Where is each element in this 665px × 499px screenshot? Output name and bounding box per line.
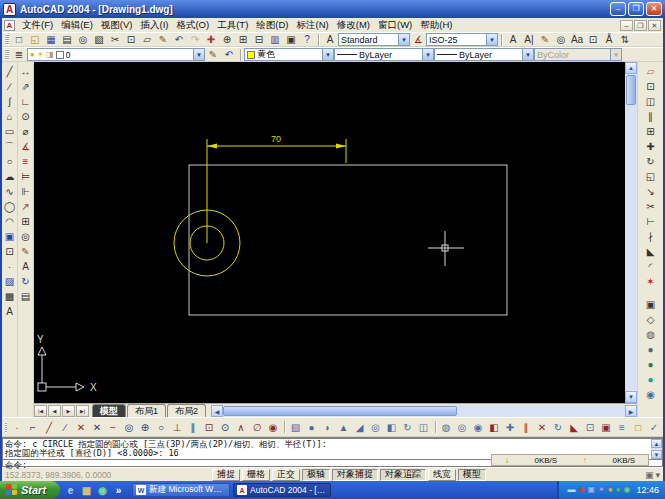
edit-text-icon[interactable]: ✎ (537, 33, 553, 47)
restore-button[interactable]: ❐ (628, 2, 644, 16)
snap-perpendicular-icon[interactable]: ⊥ (169, 420, 185, 434)
stretch-icon[interactable]: ↘ (643, 184, 659, 199)
menu-format[interactable]: 格式(O) (172, 19, 213, 32)
offset-faces-icon[interactable]: ∥ (518, 420, 534, 434)
convert-text-icon[interactable]: ⇅ (617, 33, 633, 47)
make-block-icon[interactable]: ⊡ (2, 244, 18, 259)
toggle-snap[interactable]: 捕捉 (212, 469, 240, 481)
tab-nav-first[interactable]: |◀ (34, 405, 47, 417)
scroll-left-icon[interactable]: ◀ (211, 405, 223, 417)
make-object-layer-current-icon[interactable]: ✎ (205, 48, 221, 62)
command-window[interactable]: 命令: c CIRCLE 指定圆的圆心或 [三点(3P)/两点(2P)/相切、相… (2, 437, 663, 467)
union-icon[interactable]: ◍ (438, 420, 454, 434)
layer-manager-icon[interactable]: ≣ (11, 48, 27, 62)
quick-leader-icon[interactable]: ↗ (18, 199, 34, 214)
copy-faces-icon[interactable]: ⊡ (582, 420, 598, 434)
tray-icon-4[interactable]: ✦ (598, 486, 605, 494)
snap-node-icon[interactable]: ⊙ (217, 420, 233, 434)
torus-icon[interactable]: ◎ (368, 420, 384, 434)
horizontal-scrollbar[interactable]: ◀ ▶ (211, 405, 637, 417)
temporary-track-point-icon[interactable]: ∙ (9, 420, 25, 434)
aligned-dimension-icon[interactable]: ⇗ (18, 79, 34, 94)
tab-nav-last[interactable]: ▶| (76, 405, 89, 417)
angular-dimension-icon[interactable]: ∡ (18, 139, 34, 154)
toggle-lineweight[interactable]: 线宽 (428, 469, 456, 481)
osnap-settings-icon[interactable]: ◉ (265, 420, 281, 434)
ellipse-arc-icon[interactable]: ◠ (2, 214, 18, 229)
quicklaunch-media-player[interactable]: ◉ (95, 483, 110, 497)
rotate-icon[interactable]: ↻ (643, 154, 659, 169)
continue-dimension-icon[interactable]: ⊩ (18, 184, 34, 199)
delete-faces-icon[interactable]: ✕ (534, 420, 550, 434)
open-icon[interactable]: ◱ (27, 33, 43, 47)
mtext-icon[interactable]: A (505, 33, 521, 47)
menu-tools[interactable]: 工具(T) (213, 19, 252, 32)
tab-layout1[interactable]: 布局1 (127, 404, 166, 417)
subtract-icon[interactable]: ◎ (454, 420, 470, 434)
check-icon[interactable]: ✓ (646, 420, 662, 434)
snap-center-icon[interactable]: ◎ (121, 420, 137, 434)
circle-icon[interactable]: ○ (2, 154, 18, 169)
shell-icon[interactable]: □ (630, 420, 646, 434)
polygon-icon[interactable]: ⌂ (2, 109, 18, 124)
cut-icon[interactable]: ✂ (107, 33, 123, 47)
explode-icon[interactable]: ✶ (643, 274, 659, 289)
text-style-dialog-icon[interactable]: Aa (569, 33, 585, 47)
rotate-faces-icon[interactable]: ↻ (550, 420, 566, 434)
menu-modify[interactable]: 修改(M) (333, 19, 374, 32)
designcenter-icon[interactable]: ▣ (283, 33, 299, 47)
quick-dimension-icon[interactable]: ≡ (18, 154, 34, 169)
point-icon[interactable]: ∙ (2, 259, 18, 274)
chevron-down-icon[interactable]: ▾ (322, 49, 333, 60)
linear-dimension-icon[interactable]: ↔ (18, 64, 34, 79)
break-icon[interactable]: ∤ (643, 229, 659, 244)
dimension-text-edit-icon[interactable]: A (18, 259, 34, 274)
cylinder-icon[interactable]: ◗ (320, 420, 336, 434)
vertical-scroll-thumb[interactable] (626, 75, 636, 105)
mdi-minimize-button[interactable]: – (620, 20, 633, 31)
scroll-up-icon[interactable]: ▲ (651, 439, 662, 448)
tolerance-icon[interactable]: ⊞ (18, 214, 34, 229)
chevron-down-icon[interactable]: ▾ (522, 49, 533, 60)
multiline-text-icon[interactable]: A (2, 304, 18, 319)
copy-object-icon[interactable]: ⊡ (643, 79, 659, 94)
toggle-model[interactable]: 模型 (458, 469, 486, 481)
intersect-icon[interactable]: ◉ (470, 420, 486, 434)
mdi-close-button[interactable]: ✕ (648, 20, 661, 31)
scroll-down-icon[interactable]: ▼ (651, 450, 662, 459)
dimension-style-icon[interactable]: ▤ (18, 289, 34, 304)
plot-preview-icon[interactable]: ◎ (75, 33, 91, 47)
zoom-window-icon[interactable]: ⊞ (235, 33, 251, 47)
snap-tangent-icon[interactable]: ○ (153, 420, 169, 434)
arc-icon[interactable]: ⌒ (2, 139, 18, 154)
quicklaunch-show-desktop[interactable]: ▦ (79, 483, 94, 497)
task-autocad[interactable]: A AutoCAD 2004 - [Dra... (233, 483, 331, 497)
line-icon[interactable]: ╱ (2, 64, 18, 79)
gouraud-shaded-edges-icon[interactable]: ◉ (643, 387, 659, 402)
taper-faces-icon[interactable]: ◣ (566, 420, 582, 434)
undo-icon[interactable]: ↶ (171, 33, 187, 47)
paste-icon[interactable]: ▱ (139, 33, 155, 47)
zoom-previous-icon[interactable]: ⊟ (251, 33, 267, 47)
menu-help[interactable]: 帮助(H) (416, 19, 456, 32)
find-text-icon[interactable]: ◎ (553, 33, 569, 47)
copy-icon[interactable]: ⊡ (123, 33, 139, 47)
snap-from-icon[interactable]: ⌐ (25, 420, 41, 434)
snap-endpoint-icon[interactable]: ╱ (41, 420, 57, 434)
center-mark-icon[interactable]: ◎ (18, 229, 34, 244)
radius-dimension-icon[interactable]: ⊙ (18, 109, 34, 124)
help-icon[interactable]: ? (299, 33, 315, 47)
status-tray-caret-icon[interactable]: ▾ (655, 470, 660, 480)
chevron-down-icon[interactable]: ▾ (422, 49, 433, 60)
quicklaunch-ie[interactable]: e (63, 483, 78, 497)
command-scrollbar[interactable]: ▲ ▼ (651, 439, 662, 459)
quicklaunch-overflow[interactable]: » (111, 483, 126, 497)
ordinate-dimension-icon[interactable]: ∟ (18, 94, 34, 109)
snap-intersection-icon[interactable]: ✕ (73, 420, 89, 434)
color-combo[interactable]: 黄色 ▾ (244, 48, 334, 61)
justify-text-icon[interactable]: Å (601, 33, 617, 47)
single-line-text-icon[interactable]: A| (521, 33, 537, 47)
menu-file[interactable]: 文件(F) (18, 19, 57, 32)
clean-icon[interactable]: ≡ (614, 420, 630, 434)
zoom-realtime-icon[interactable]: ⊕ (219, 33, 235, 47)
